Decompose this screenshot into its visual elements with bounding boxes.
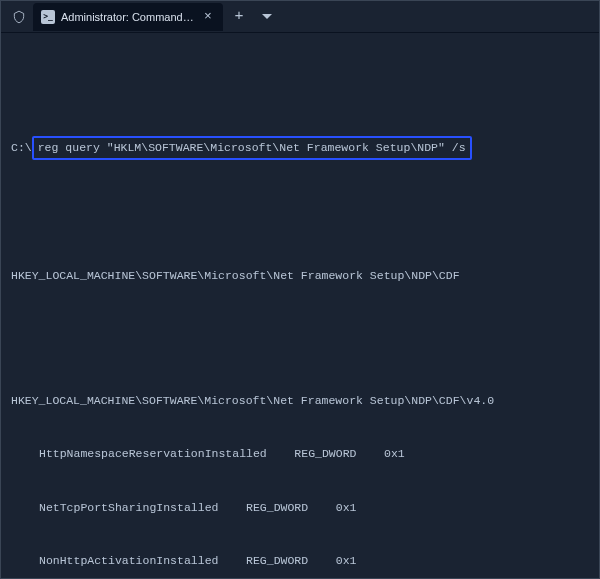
tab-dropdown-button[interactable]: [253, 3, 281, 31]
reg-value: NonHttpActivationInstalled REG_DWORD 0x1: [11, 552, 589, 570]
prompt: C:\: [11, 139, 32, 157]
close-icon[interactable]: ×: [201, 10, 215, 24]
terminal-output[interactable]: C:\ reg query "HKLM\SOFTWARE\Microsoft\N…: [1, 33, 599, 579]
reg-key: HKEY_LOCAL_MACHINE\SOFTWARE\Microsoft\Ne…: [11, 267, 589, 285]
reg-value: HttpNamespaceReservationInstalled REG_DW…: [11, 445, 589, 463]
window-titlebar: >_ Administrator: Command Promp × +: [1, 1, 599, 33]
command-highlight: reg query "HKLM\SOFTWARE\Microsoft\Net F…: [32, 136, 472, 160]
reg-key: HKEY_LOCAL_MACHINE\SOFTWARE\Microsoft\Ne…: [11, 392, 589, 410]
command-text: reg query "HKLM\SOFTWARE\Microsoft\Net F…: [38, 141, 466, 154]
reg-value: NetTcpPortSharingInstalled REG_DWORD 0x1: [11, 499, 589, 517]
shield-icon: [11, 9, 27, 25]
cmd-icon: >_: [41, 10, 55, 24]
command-line: C:\ reg query "HKLM\SOFTWARE\Microsoft\N…: [11, 136, 589, 160]
tab-active[interactable]: >_ Administrator: Command Promp ×: [33, 3, 223, 31]
new-tab-button[interactable]: +: [225, 3, 253, 31]
chevron-down-icon: [262, 14, 272, 20]
tab-title: Administrator: Command Promp: [61, 11, 195, 23]
